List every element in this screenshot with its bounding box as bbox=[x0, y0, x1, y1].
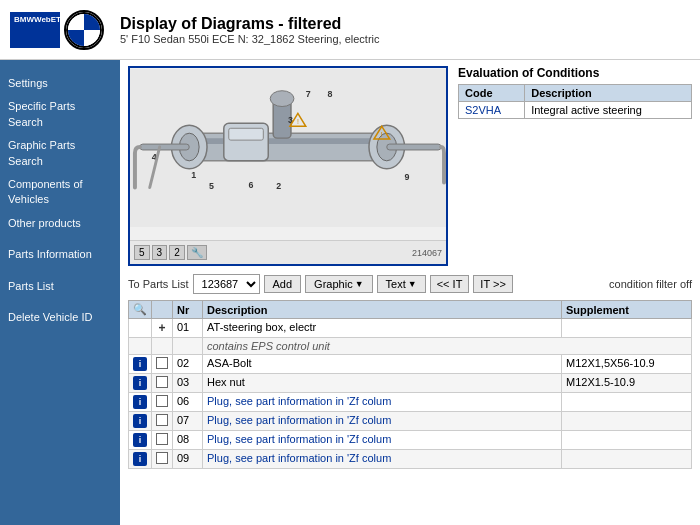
info-icon[interactable]: i bbox=[133, 452, 147, 466]
table-row: i 06 Plug, see part information in 'Zf c… bbox=[129, 393, 692, 412]
table-row: i 02 ASA-Bolt M12X1,5X56-10.9 bbox=[129, 355, 692, 374]
row-icon-cell: i bbox=[129, 374, 152, 393]
parts-list-label: To Parts List bbox=[128, 278, 189, 290]
sidebar: Settings Specific Parts Search Graphic P… bbox=[0, 60, 120, 525]
sub-desc-cell: contains EPS control unit bbox=[203, 338, 692, 355]
diagram-inner: 7 8 3 1 4 5 6 2 bbox=[130, 68, 446, 264]
svg-rect-7 bbox=[140, 144, 189, 150]
add-button[interactable]: Add bbox=[264, 275, 302, 293]
row-check-cell bbox=[152, 374, 173, 393]
diagram-btn-3[interactable]: 3 bbox=[152, 245, 168, 260]
header: BMWWebETK Display of Diagrams - filtered… bbox=[0, 0, 700, 60]
svg-text:9: 9 bbox=[405, 172, 410, 182]
row-supp-cell bbox=[562, 412, 692, 431]
table-row: i 08 Plug, see part information in 'Zf c… bbox=[129, 431, 692, 450]
row-check-cell bbox=[152, 431, 173, 450]
plus-icon[interactable]: + bbox=[158, 321, 165, 335]
table-row: contains EPS control unit bbox=[129, 338, 692, 355]
eval-col-code: Code bbox=[459, 85, 525, 102]
svg-text:2: 2 bbox=[276, 181, 281, 191]
row-nr-cell: 08 bbox=[173, 431, 203, 450]
row-check-cell: + bbox=[152, 319, 173, 338]
eval-col-desc: Description bbox=[525, 85, 692, 102]
sidebar-item-parts-info[interactable]: Parts Information bbox=[0, 243, 120, 266]
row-check-cell bbox=[152, 355, 173, 374]
row-supp-cell bbox=[562, 319, 692, 338]
nav-prev-button[interactable]: << IT bbox=[430, 275, 470, 293]
sidebar-item-other-products[interactable]: Other products bbox=[0, 212, 120, 235]
row-supp-cell bbox=[562, 431, 692, 450]
diagram-btn-2[interactable]: 2 bbox=[169, 245, 185, 260]
svg-text:!: ! bbox=[297, 118, 299, 125]
row-nr-cell: 07 bbox=[173, 412, 203, 431]
row-nr-cell: 01 bbox=[173, 319, 203, 338]
svg-text:8: 8 bbox=[328, 89, 333, 99]
parts-list-select[interactable]: 123687 bbox=[193, 274, 260, 294]
th-check bbox=[152, 301, 173, 319]
page-subtitle: 5' F10 Sedan 550i ECE N: 32_1862 Steerin… bbox=[120, 33, 690, 45]
sidebar-item-components[interactable]: Components of Vehicles bbox=[0, 173, 120, 212]
nav-next-button[interactable]: IT >> bbox=[473, 275, 512, 293]
text-arrow-icon: ▼ bbox=[408, 279, 417, 289]
sub-check-cell bbox=[152, 338, 173, 355]
row-supp-cell bbox=[562, 393, 692, 412]
desc-link[interactable]: Plug, see part information in 'Zf colum bbox=[207, 452, 391, 464]
desc-link[interactable]: Plug, see part information in 'Zf colum bbox=[207, 433, 391, 445]
checkbox[interactable] bbox=[156, 357, 168, 369]
desc-link[interactable]: Plug, see part information in 'Zf colum bbox=[207, 395, 391, 407]
row-icon-cell: i bbox=[129, 393, 152, 412]
svg-rect-8 bbox=[387, 144, 441, 150]
row-icon-cell: i bbox=[129, 412, 152, 431]
info-icon[interactable]: i bbox=[133, 395, 147, 409]
checkbox[interactable] bbox=[156, 376, 168, 388]
sidebar-item-specific-parts[interactable]: Specific Parts Search bbox=[0, 95, 120, 134]
text-button[interactable]: Text ▼ bbox=[377, 275, 426, 293]
header-logos: BMWWebETK bbox=[10, 10, 104, 50]
checkbox[interactable] bbox=[156, 433, 168, 445]
th-description: Description bbox=[203, 301, 562, 319]
main-layout: Settings Specific Parts Search Graphic P… bbox=[0, 60, 700, 525]
svg-point-10 bbox=[270, 91, 294, 107]
bmw-logo bbox=[64, 10, 104, 50]
svg-text:1: 1 bbox=[191, 170, 196, 180]
search-icon: 🔍 bbox=[133, 303, 147, 315]
desc-link[interactable]: Plug, see part information in 'Zf colum bbox=[207, 414, 391, 426]
info-icon[interactable]: i bbox=[133, 376, 147, 390]
info-icon[interactable]: i bbox=[133, 433, 147, 447]
eval-code[interactable]: S2VHA bbox=[465, 104, 501, 116]
row-nr-cell: 02 bbox=[173, 355, 203, 374]
filter-status: condition filter off bbox=[609, 278, 692, 290]
diagram-btn-5[interactable]: 5 bbox=[134, 245, 150, 260]
checkbox[interactable] bbox=[156, 395, 168, 407]
parts-table-header: 🔍 Nr Description Supplement bbox=[129, 301, 692, 319]
evaluation-panel: Evaluation of Conditions Code Descriptio… bbox=[458, 66, 692, 266]
bmw-circle bbox=[66, 12, 102, 48]
info-icon[interactable]: i bbox=[133, 357, 147, 371]
row-icon-cell bbox=[129, 319, 152, 338]
table-row: i 07 Plug, see part information in 'Zf c… bbox=[129, 412, 692, 431]
info-icon[interactable]: i bbox=[133, 414, 147, 428]
sidebar-item-parts-list[interactable]: Parts List bbox=[0, 275, 120, 298]
content: 7 8 3 1 4 5 6 2 bbox=[120, 60, 700, 525]
row-icon-cell: i bbox=[129, 355, 152, 374]
diagram-svg: 7 8 3 1 4 5 6 2 bbox=[130, 68, 446, 228]
sidebar-item-delete-vehicle[interactable]: Delete Vehicle ID bbox=[0, 306, 120, 329]
row-supp-cell: M12X1.5-10.9 bbox=[562, 374, 692, 393]
sub-nr-cell bbox=[173, 338, 203, 355]
table-row: + 01 AT-steering box, electr bbox=[129, 319, 692, 338]
diagram-tool-btn[interactable]: 🔧 bbox=[187, 245, 207, 260]
checkbox[interactable] bbox=[156, 414, 168, 426]
row-icon-cell: i bbox=[129, 431, 152, 450]
row-desc-cell: ASA-Bolt bbox=[203, 355, 562, 374]
sidebar-item-graphic-parts[interactable]: Graphic Parts Search bbox=[0, 134, 120, 173]
evaluation-title: Evaluation of Conditions bbox=[458, 66, 692, 80]
row-nr-cell: 09 bbox=[173, 450, 203, 469]
checkbox[interactable] bbox=[156, 452, 168, 464]
sidebar-item-settings[interactable]: Settings bbox=[0, 72, 120, 95]
graphic-button[interactable]: Graphic ▼ bbox=[305, 275, 372, 293]
row-check-cell bbox=[152, 393, 173, 412]
row-check-cell bbox=[152, 450, 173, 469]
eval-description: Integral active steering bbox=[525, 102, 692, 119]
row-desc-cell: Plug, see part information in 'Zf colum bbox=[203, 393, 562, 412]
row-desc-cell: Plug, see part information in 'Zf colum bbox=[203, 431, 562, 450]
